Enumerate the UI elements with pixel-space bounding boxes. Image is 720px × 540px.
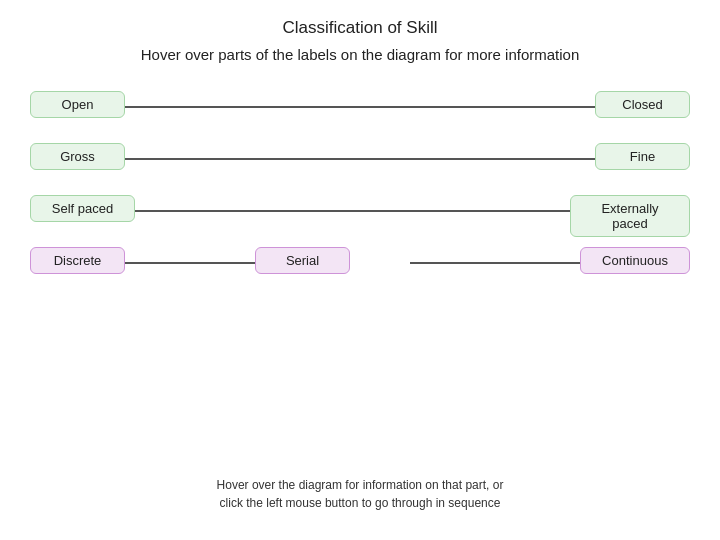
hline-row1 bbox=[125, 106, 595, 108]
label-discrete[interactable]: Discrete bbox=[30, 247, 125, 274]
label-continuous[interactable]: Continuous bbox=[580, 247, 690, 274]
label-gross[interactable]: Gross bbox=[30, 143, 125, 170]
page-title: Classification of Skill bbox=[283, 18, 438, 38]
page: Classification of Skill Hover over parts… bbox=[0, 0, 720, 540]
label-fine[interactable]: Fine bbox=[595, 143, 690, 170]
label-closed[interactable]: Closed bbox=[595, 91, 690, 118]
label-open[interactable]: Open bbox=[30, 91, 125, 118]
page-subtitle: Hover over parts of the labels on the di… bbox=[141, 46, 580, 63]
hline-row3 bbox=[135, 210, 585, 212]
label-self-paced[interactable]: Self paced bbox=[30, 195, 135, 222]
hline-row4-right bbox=[410, 262, 595, 264]
hline-row2 bbox=[125, 158, 595, 160]
footer-text: Hover over the diagram for information o… bbox=[217, 476, 504, 512]
diagram-area: Open Closed Gross Fine Self paced Extern… bbox=[30, 81, 690, 301]
label-serial[interactable]: Serial bbox=[255, 247, 350, 274]
label-externally-paced[interactable]: Externally paced bbox=[570, 195, 690, 237]
